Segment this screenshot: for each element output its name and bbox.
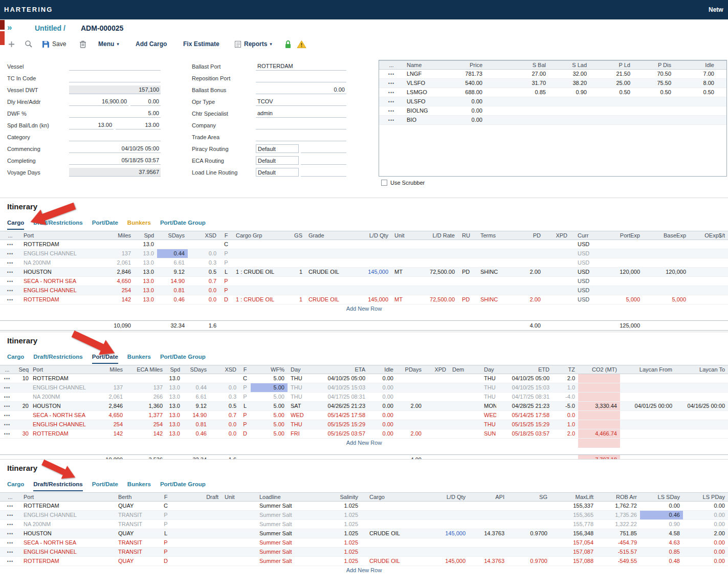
- cell-spd[interactable]: 13.0: [134, 286, 157, 295]
- field-reposition-port[interactable]: [256, 74, 346, 82]
- cell-sdays[interactable]: 9.12: [157, 268, 188, 276]
- cell-co2-mt[interactable]: [578, 374, 620, 383]
- cell-name[interactable]: BIO: [404, 116, 451, 124]
- cell-xpd[interactable]: [544, 277, 570, 286]
- reports-button[interactable]: Reports ▾: [234, 39, 272, 49]
- cell-cargo[interactable]: [361, 548, 424, 556]
- cell-miles[interactable]: 2,061: [102, 258, 134, 267]
- cell-gs[interactable]: [284, 258, 305, 267]
- cell-p-dis[interactable]: [633, 116, 674, 124]
- cell-s-lad[interactable]: 38.20: [549, 79, 590, 88]
- column-header-day[interactable]: Day: [288, 365, 306, 374]
- cell-l-d-qty[interactable]: [424, 511, 469, 519]
- cell-co2-mt[interactable]: [578, 411, 620, 420]
- warning-icon[interactable]: [297, 39, 306, 49]
- cell-name[interactable]: ULSFO: [404, 97, 451, 106]
- cell-s-lad[interactable]: [549, 106, 590, 115]
- cell-p-dis[interactable]: 75.50: [633, 79, 674, 88]
- field-trade-area[interactable]: [256, 133, 346, 141]
- cell-day[interactable]: THU: [288, 374, 306, 383]
- cell-co2-mt[interactable]: 3,330.44: [578, 402, 620, 410]
- cell-sdays[interactable]: 14.90: [157, 277, 188, 286]
- cell-salinity[interactable]: 1.025: [325, 529, 361, 538]
- cell-idle[interactable]: 0.00: [368, 393, 396, 401]
- cell-maxlift[interactable]: 155,365: [550, 511, 597, 519]
- cell-gs[interactable]: [284, 240, 305, 249]
- row-actions-button[interactable]: •••: [388, 108, 394, 114]
- column-header-seq[interactable]: Seq: [14, 365, 30, 374]
- cell-dem[interactable]: [449, 402, 481, 410]
- cell-dots[interactable]: •••: [379, 106, 404, 115]
- cell-cargo[interactable]: [361, 511, 424, 519]
- save-button[interactable]: Save: [42, 39, 66, 49]
- cell-rob-arr[interactable]: -549.55: [597, 557, 640, 566]
- cell-xsd[interactable]: 0.7: [188, 277, 219, 286]
- cell-p-ld[interactable]: 25.00: [590, 79, 633, 88]
- cell-dots[interactable]: •••: [379, 116, 404, 124]
- cell-port[interactable]: HOUSTON: [30, 402, 91, 410]
- cell-draft[interactable]: [173, 538, 222, 547]
- cell-laycan-from[interactable]: [620, 429, 675, 438]
- cell-spd[interactable]: 13.0: [166, 393, 183, 401]
- cell-wf[interactable]: 5.00: [251, 420, 288, 429]
- cell-co2-mt[interactable]: 4,466.74: [578, 429, 620, 438]
- row-actions-button[interactable]: •••: [4, 431, 10, 437]
- cell-co2-mt[interactable]: [578, 420, 620, 429]
- cell-grade[interactable]: [305, 277, 352, 286]
- field-eca-routing[interactable]: Default: [256, 156, 299, 165]
- field-load-line-routing[interactable]: Default: [256, 168, 299, 177]
- cell-cargo-grp[interactable]: [233, 277, 284, 286]
- cell-p-dis[interactable]: [633, 97, 674, 106]
- cell-unit[interactable]: [391, 249, 414, 258]
- cell-miles[interactable]: 2,846: [91, 402, 126, 410]
- column-header-maxlift[interactable]: MaxLift: [550, 493, 597, 501]
- cell-ru[interactable]: [458, 277, 476, 286]
- cell-dots[interactable]: •••: [0, 268, 20, 276]
- cell-xpd[interactable]: [544, 240, 570, 249]
- column-header-unit[interactable]: Unit: [222, 493, 256, 501]
- cell-dem[interactable]: [449, 393, 481, 401]
- cell-seq[interactable]: [14, 411, 30, 420]
- cell-l-d-rate[interactable]: [414, 277, 458, 286]
- cell-xpd[interactable]: [544, 286, 570, 295]
- cell-f[interactable]: P: [159, 538, 173, 547]
- cell-api[interactable]: 14.3763: [469, 529, 508, 538]
- field-dly-hire-addr-2[interactable]: 0.00: [130, 97, 161, 106]
- row-actions-button[interactable]: •••: [7, 251, 13, 256]
- cell-f[interactable]: P: [239, 420, 251, 429]
- cell-salinity[interactable]: 1.025: [325, 538, 361, 547]
- cell-unit[interactable]: [222, 502, 256, 510]
- tab-draft-restrictions[interactable]: Draft/Restrictions: [33, 481, 83, 491]
- cell-cargo-grp[interactable]: 1 : CRUDE OIL: [233, 295, 284, 304]
- cell-ls-pday[interactable]: 0.00: [683, 520, 728, 529]
- cell-price[interactable]: 688.00: [451, 88, 486, 97]
- column-header-api[interactable]: API: [469, 493, 508, 501]
- cell-f[interactable]: C: [159, 502, 173, 510]
- cell-dots[interactable]: •••: [0, 520, 20, 529]
- cell-xpd[interactable]: [544, 268, 570, 276]
- cell-port[interactable]: ROTTERDAM: [20, 240, 102, 249]
- column-header-sg[interactable]: SG: [508, 493, 550, 501]
- cell-loadline[interactable]: Summer Salt: [256, 529, 325, 538]
- cell-port[interactable]: NA 200NM: [30, 393, 91, 401]
- cell-berth[interactable]: TRANSIT: [115, 511, 159, 519]
- cell-xpd[interactable]: [425, 374, 449, 383]
- column-header-berth[interactable]: Berth: [115, 493, 159, 501]
- cell-cargo[interactable]: CRUDE OIL: [361, 529, 424, 538]
- row-actions-button[interactable]: •••: [388, 90, 394, 95]
- cell-f[interactable]: P: [219, 277, 233, 286]
- cell-laycan-to[interactable]: [675, 393, 728, 401]
- column-header-dots[interactable]: ...: [0, 231, 20, 240]
- cell-pdays[interactable]: [396, 393, 425, 401]
- cell-l-d-qty[interactable]: 145,000: [352, 268, 391, 276]
- add-new-row-link[interactable]: Add New Row: [0, 439, 728, 447]
- column-header-xsd[interactable]: XSD: [188, 231, 219, 240]
- cell-eca-miles[interactable]: 137: [126, 383, 166, 392]
- cell-wf[interactable]: 5.00: [251, 393, 288, 401]
- cell-port[interactable]: NA 200NM: [20, 520, 115, 529]
- column-header-spd[interactable]: Spd: [134, 231, 157, 240]
- cell-l-d-qty[interactable]: 145,000: [352, 295, 391, 304]
- cell-l-d-qty[interactable]: [424, 520, 469, 529]
- cell-portexp[interactable]: [596, 240, 643, 249]
- field-ballast-bonus[interactable]: 0.00: [256, 85, 346, 94]
